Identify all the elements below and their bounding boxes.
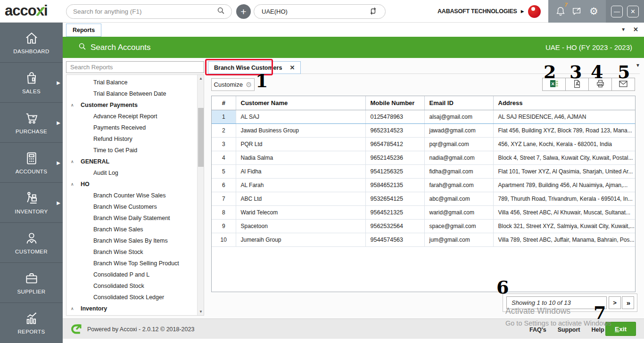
footer-link-faq-s[interactable]: FAQ's <box>529 327 546 333</box>
report-item-time-to-get-paid[interactable]: Time to Get Paid <box>66 145 204 156</box>
feedback-chat-icon[interactable] <box>571 5 583 17</box>
report-item-trial-balance[interactable]: Trial Balance <box>66 77 204 88</box>
sidebar-item-purchase[interactable]: PURCHASE▶ <box>0 103 63 143</box>
report-item-audit-log[interactable]: Audit Log <box>66 167 204 179</box>
report-item-branch-wise-stock[interactable]: Branch Wise Stock <box>66 246 204 258</box>
scroll-up-icon[interactable]: ▲ <box>198 75 204 82</box>
report-item-refund-history[interactable]: Refund History <box>66 133 204 145</box>
tab-close-icon[interactable]: ✕ <box>633 26 638 33</box>
company-avatar[interactable] <box>528 5 541 18</box>
column-header-address[interactable]: Address <box>493 96 635 110</box>
sidebar-item-accounts[interactable]: ACCOUNTS▶ <box>0 143 63 183</box>
sidebar-item-dashboard[interactable]: DASHBOARD <box>0 23 63 63</box>
report-item-label: Customer Payments <box>81 102 138 108</box>
switch-branch-icon[interactable] <box>369 7 378 17</box>
search-accounts[interactable]: Search Accounts <box>78 37 151 58</box>
collapse-icon[interactable]: ∧ <box>71 156 74 167</box>
excel-export-button[interactable]: X <box>542 78 566 91</box>
report-group-customer-payments[interactable]: ∧Customer Payments <box>66 99 204 111</box>
print-button[interactable] <box>588 78 612 91</box>
table-row[interactable]: 3PQR Ltd9654785412pqr@gmail.com456, XYZ … <box>212 137 635 151</box>
notifications-bell-icon[interactable]: 7 <box>554 5 567 17</box>
table-row[interactable]: 4Nadia Salma9652145236nadia@gmail.comBlo… <box>212 151 635 164</box>
reports-list-scrollbar[interactable]: ▲ ▼ <box>197 75 204 315</box>
cell: 4 <box>212 151 236 164</box>
report-item-label: Consolidated Stock <box>93 283 144 289</box>
sidebar-item-reports[interactable]: REPORTS <box>0 303 63 343</box>
table-row[interactable]: 1AL SAJ0125478963alsaj@gmail.comAL SAJ R… <box>212 110 635 123</box>
last-page-button[interactable]: » <box>622 296 634 309</box>
email-button[interactable] <box>611 78 635 91</box>
scroll-down-icon[interactable]: ▼ <box>198 308 204 315</box>
report-group-ho[interactable]: ∧HO <box>66 179 204 190</box>
quick-add-button[interactable]: + <box>236 4 251 19</box>
customize-button[interactable]: Customize ⚙ <box>211 78 255 91</box>
report-item-label: Branch Counter Wise Sales <box>93 192 166 199</box>
report-item-advance-receipt-report[interactable]: Advance Receipt Report <box>66 111 204 122</box>
column-header-email-id[interactable]: Email ID <box>424 96 493 110</box>
collapse-icon[interactable]: ∧ <box>71 179 74 190</box>
report-item-branch-wise-daily-statement[interactable]: Branch Wise Daily Statement <box>66 212 204 224</box>
report-item-consolidated-stock[interactable]: Consolidated Stock <box>66 280 204 292</box>
tab-reports[interactable]: Reports <box>66 24 101 37</box>
sidebar-item-inventory[interactable]: INVENTORY▶ <box>0 183 63 223</box>
report-item-trial-balance-between-date[interactable]: Trial Balance Between Date <box>66 88 204 99</box>
report-item-branch-wise-top-selling-product[interactable]: Branch Wise Top Selling Product <box>66 258 204 269</box>
report-item-branch-wise-customers[interactable]: Branch Wise Customers <box>66 201 204 212</box>
table-row[interactable]: 7ABC Ltd9532654125abc@gmail.com789, Thur… <box>212 192 635 205</box>
sidebar-item-customer[interactable]: CUSTOMER <box>0 223 63 263</box>
footer-link-support[interactable]: Support <box>558 327 580 333</box>
column-header--[interactable]: # <box>212 96 236 110</box>
scrollbar-thumb[interactable] <box>198 108 204 167</box>
cell: Spacetoon <box>236 219 365 233</box>
report-tab-close-icon[interactable]: ✕ <box>289 64 295 71</box>
next-page-button[interactable]: > <box>609 296 621 309</box>
report-item-label: Branch Wise Sales <box>93 226 143 233</box>
reports-list-panel: Trial BalanceTrial Balance Between Date∧… <box>66 74 204 316</box>
settings-gear-icon[interactable]: ⚙ <box>587 5 600 17</box>
report-item-label: Audit Log <box>93 170 118 176</box>
report-item-consolidated-p-and-l[interactable]: Consolidated P and L <box>66 269 204 280</box>
module-header-bar: Search Accounts UAE - HO (FY 2023 - 2023… <box>63 37 644 58</box>
report-item-branch-wise-sales-by-items[interactable]: Branch Wise Sales By Items <box>66 235 204 246</box>
report-item-branch-counter-wise-sales[interactable]: Branch Counter Wise Sales <box>66 190 204 201</box>
search-reports-input[interactable] <box>66 61 204 73</box>
footer-link-help[interactable]: Help <box>592 327 604 333</box>
table-row[interactable]: 6AL Farah9584652135farah@gmail.comApartm… <box>212 178 635 192</box>
report-tab-branch-wise-customers[interactable]: Branch Wise Customers ✕ <box>208 61 301 74</box>
cell: Villa 789, Street ABC, Juffair, Manama, … <box>493 233 635 246</box>
report-item-label: Time to Get Paid <box>93 147 137 154</box>
report-item-payments-received[interactable]: Payments Received <box>66 122 204 133</box>
table-row[interactable]: 2Jawad Business Group9652314523jawad@gma… <box>212 123 635 137</box>
company-menu[interactable]: AABASOFT TECHNOLOGIES ▶ <box>438 0 541 23</box>
global-search[interactable] <box>66 4 232 19</box>
table-row[interactable]: 5Al Fidha9541256325fidha@gmail.comFlat 1… <box>212 164 635 178</box>
report-item-branch-wise-sales[interactable]: Branch Wise Sales <box>66 224 204 235</box>
table-row[interactable]: 8Warid Telecom9564521325warid@gmail.comV… <box>212 205 635 219</box>
collapse-icon[interactable]: ∧ <box>71 99 74 111</box>
table-row[interactable]: 9Spacetoon9562532564space@gmail.comBlock… <box>212 219 635 233</box>
cell: space@gmail.com <box>424 219 493 233</box>
report-item-consolidated-stock-ledger[interactable]: Consolidated Stock Ledger <box>66 292 204 303</box>
export-dropdown-icon[interactable]: ▼ <box>636 63 640 68</box>
branch-selector[interactable]: UAE(HO) <box>254 4 386 19</box>
sidebar-item-label: INVENTORY <box>15 209 48 214</box>
export-toolbar: X <box>542 78 635 91</box>
collapse-icon[interactable]: ∧ <box>71 303 74 314</box>
sidebar-item-sales[interactable]: SALES▶ <box>0 63 63 103</box>
report-group-inventory[interactable]: ∧Inventory <box>66 303 204 314</box>
column-header-customer-name[interactable]: Customer Name <box>236 96 365 110</box>
close-window-button[interactable]: ✕ <box>627 6 639 17</box>
cell: farah@gmail.com <box>424 178 493 192</box>
table-row[interactable]: 10Jumeraih Group9544574563jum@gmail.comV… <box>212 233 635 246</box>
customize-label: Customize <box>214 81 243 88</box>
sidebar-item-supplier[interactable]: SUPPLIER <box>0 263 63 303</box>
tab-list-dropdown-icon[interactable]: ▼ <box>621 27 626 32</box>
cell: alsaj@gmail.com <box>424 110 493 123</box>
minimize-button[interactable]: — <box>611 6 623 17</box>
column-header-mobile-number[interactable]: Mobile Number <box>365 96 424 110</box>
report-group-general[interactable]: ∧GENERAL <box>66 156 204 167</box>
pdf-export-button[interactable] <box>565 78 589 91</box>
exit-button[interactable]: Exit <box>605 322 636 336</box>
global-search-input[interactable] <box>73 8 217 15</box>
